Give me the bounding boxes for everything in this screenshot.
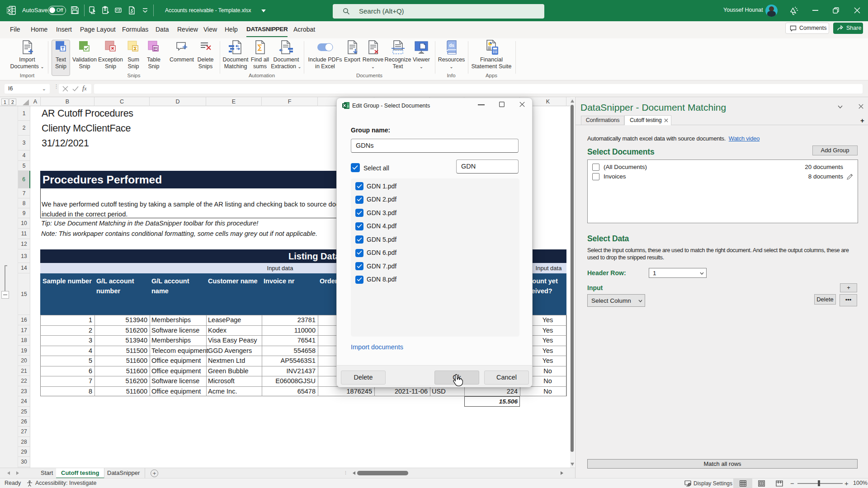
svg-text:ds: ds (449, 43, 454, 48)
